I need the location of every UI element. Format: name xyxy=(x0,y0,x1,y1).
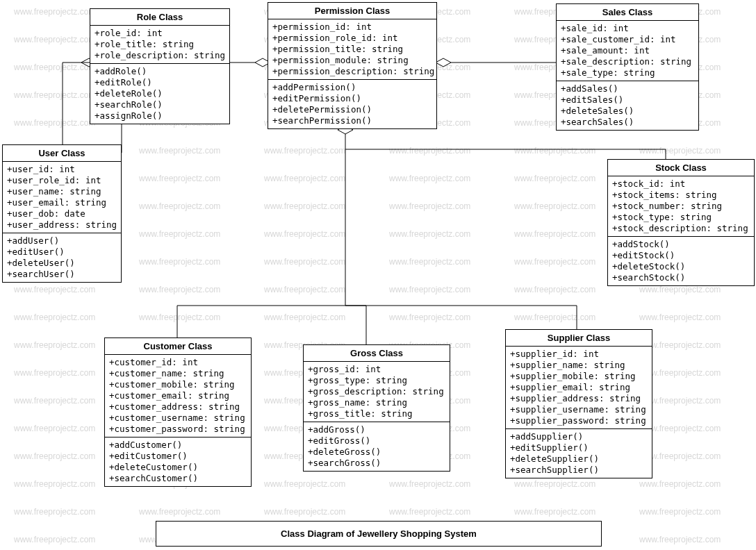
watermark-text: www.freeprojectz.com xyxy=(264,174,345,183)
watermark-text: www.freeprojectz.com xyxy=(639,312,721,322)
class-title: Supplier Class xyxy=(506,330,652,347)
watermark-text: www.freeprojectz.com xyxy=(139,257,220,267)
watermark-text: www.freeprojectz.com xyxy=(389,479,470,489)
watermark-text: www.freeprojectz.com xyxy=(139,312,220,322)
watermark-text: www.freeprojectz.com xyxy=(14,535,95,544)
watermark-text: www.freeprojectz.com xyxy=(264,146,345,156)
class-attributes: +gross_id: int+gross_type: string+gross_… xyxy=(304,362,450,422)
class-operations: +addCustomer()+editCustomer()+deleteCust… xyxy=(105,437,251,486)
class-attributes: +supplier_id: int+supplier_name: string+… xyxy=(506,347,652,428)
class-title: Customer Class xyxy=(105,338,251,355)
class-operations: +addRole()+editRole()+deleteRole()+searc… xyxy=(90,63,229,124)
class-user: User Class +user_id: int+user_role_id: i… xyxy=(2,144,122,283)
class-operations: +addSupplier()+editSupplier()+deleteSupp… xyxy=(506,428,652,478)
class-supplier: Supplier Class +supplier_id: int+supplie… xyxy=(505,329,652,478)
class-attributes: +sale_id: int+sale_customer_id: int+sale… xyxy=(557,21,698,81)
class-title: Permission Class xyxy=(268,3,436,19)
class-attributes: +permission_id: int+permission_role_id: … xyxy=(268,19,436,79)
watermark-text: www.freeprojectz.com xyxy=(139,507,220,517)
watermark-text: www.freeprojectz.com xyxy=(514,312,595,322)
watermark-text: www.freeprojectz.com xyxy=(14,312,95,322)
watermark-text: www.freeprojectz.com xyxy=(389,146,470,156)
watermark-text: www.freeprojectz.com xyxy=(14,340,95,350)
class-attributes: +user_id: int+user_role_id: int+user_nam… xyxy=(3,162,121,233)
class-operations: +addGross()+editGross()+deleteGross()+se… xyxy=(304,422,450,471)
class-title: Gross Class xyxy=(304,345,450,362)
class-operations: +addSales()+editSales()+deleteSales()+se… xyxy=(557,81,698,130)
class-permission: Permission Class +permission_id: int+per… xyxy=(268,2,437,129)
class-title: Stock Class xyxy=(608,160,754,176)
watermark-text: www.freeprojectz.com xyxy=(514,201,595,211)
watermark-text: www.freeprojectz.com xyxy=(389,285,470,294)
watermark-text: www.freeprojectz.com xyxy=(389,312,470,322)
watermark-text: www.freeprojectz.com xyxy=(389,229,470,239)
watermark-text: www.freeprojectz.com xyxy=(139,201,220,211)
watermark-text: www.freeprojectz.com xyxy=(14,479,95,489)
class-operations: +addStock()+editStock()+deleteStock()+se… xyxy=(608,236,754,285)
watermark-text: www.freeprojectz.com xyxy=(514,174,595,183)
watermark-text: www.freeprojectz.com xyxy=(14,507,95,517)
watermark-text: www.freeprojectz.com xyxy=(639,285,721,294)
watermark-text: www.freeprojectz.com xyxy=(264,312,345,322)
watermark-text: www.freeprojectz.com xyxy=(389,201,470,211)
watermark-text: www.freeprojectz.com xyxy=(264,479,345,489)
watermark-text: www.freeprojectz.com xyxy=(14,62,95,72)
watermark-text: www.freeprojectz.com xyxy=(514,146,595,156)
watermark-text: www.freeprojectz.com xyxy=(14,90,95,100)
class-title: User Class xyxy=(3,145,121,162)
class-gross: Gross Class +gross_id: int+gross_type: s… xyxy=(303,344,450,472)
watermark-text: www.freeprojectz.com xyxy=(389,174,470,183)
watermark-text: www.freeprojectz.com xyxy=(139,174,220,183)
watermark-text: www.freeprojectz.com xyxy=(264,257,345,267)
diamond-icon xyxy=(436,58,451,67)
watermark-text: www.freeprojectz.com xyxy=(639,146,721,156)
watermark-text: www.freeprojectz.com xyxy=(14,35,95,44)
watermark-text: www.freeprojectz.com xyxy=(639,479,721,489)
watermark-text: www.freeprojectz.com xyxy=(514,507,595,517)
watermark-text: www.freeprojectz.com xyxy=(389,257,470,267)
watermark-text: www.freeprojectz.com xyxy=(639,507,721,517)
class-role: Role Class +role_id: int+role_title: str… xyxy=(90,8,230,124)
watermark-text: www.freeprojectz.com xyxy=(514,285,595,294)
watermark-text: www.freeprojectz.com xyxy=(14,451,95,461)
class-operations: +addPermission()+editPermission()+delete… xyxy=(268,79,436,128)
class-title: Role Class xyxy=(90,9,229,26)
watermark-text: www.freeprojectz.com xyxy=(14,118,95,128)
class-attributes: +customer_id: int+customer_name: string+… xyxy=(105,355,251,437)
watermark-text: www.freeprojectz.com xyxy=(14,285,95,294)
class-sales: Sales Class +sale_id: int+sale_customer_… xyxy=(556,3,699,131)
watermark-text: www.freeprojectz.com xyxy=(514,257,595,267)
class-title: Sales Class xyxy=(557,4,698,21)
diagram-title: Class Diagram of Jewellery Shopping Syst… xyxy=(156,521,602,547)
watermark-text: www.freeprojectz.com xyxy=(139,146,220,156)
class-customer: Customer Class +customer_id: int+custome… xyxy=(104,338,252,487)
watermark-text: www.freeprojectz.com xyxy=(14,396,95,406)
watermark-text: www.freeprojectz.com xyxy=(639,535,721,544)
class-attributes: +role_id: int+role_title: string+role_de… xyxy=(90,26,229,63)
watermark-text: www.freeprojectz.com xyxy=(14,7,95,17)
watermark-text: www.freeprojectz.com xyxy=(264,507,345,517)
class-operations: +addUser()+editUser()+deleteUser()+searc… xyxy=(3,233,121,282)
watermark-text: www.freeprojectz.com xyxy=(389,507,470,517)
class-attributes: +stock_id: int+stock_items: string+stock… xyxy=(608,176,754,236)
watermark-text: www.freeprojectz.com xyxy=(514,479,595,489)
class-stock: Stock Class +stock_id: int+stock_items: … xyxy=(607,159,755,286)
watermark-text: www.freeprojectz.com xyxy=(14,424,95,433)
watermark-text: www.freeprojectz.com xyxy=(14,368,95,378)
watermark-text: www.freeprojectz.com xyxy=(264,201,345,211)
watermark-text: www.freeprojectz.com xyxy=(139,285,220,294)
diagram-canvas: www.freeprojectz.comwww.freeprojectz.com… xyxy=(0,0,756,550)
watermark-text: www.freeprojectz.com xyxy=(514,229,595,239)
watermark-text: www.freeprojectz.com xyxy=(264,229,345,239)
watermark-text: www.freeprojectz.com xyxy=(264,285,345,294)
watermark-text: www.freeprojectz.com xyxy=(139,229,220,239)
